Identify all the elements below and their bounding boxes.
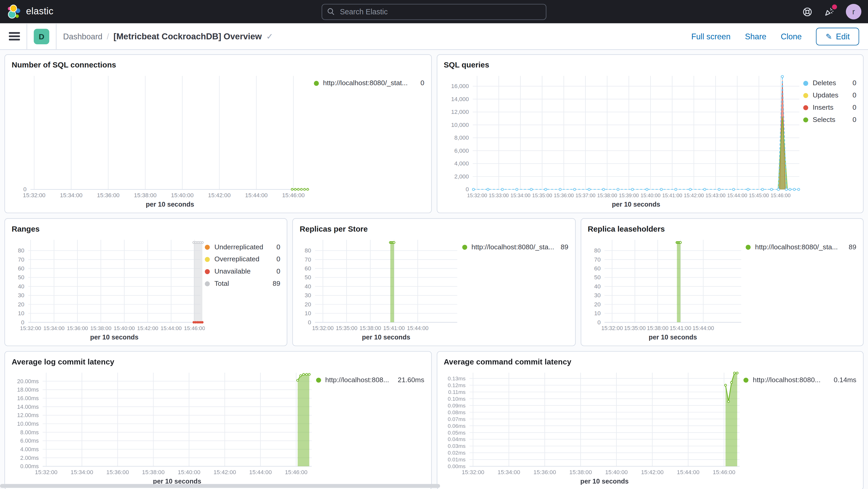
pencil-icon: ✎ <box>826 32 832 41</box>
app-window: elastic <box>0 0 868 489</box>
svg-text:15:36:00: 15:36:00 <box>533 469 556 476</box>
svg-text:0.10ms: 0.10ms <box>447 396 465 402</box>
elastic-logo[interactable]: elastic <box>7 4 54 19</box>
clone-button[interactable]: Clone <box>781 32 802 41</box>
legend-item[interactable]: Total89 <box>205 279 280 287</box>
svg-text:15:44:00: 15:44:00 <box>407 325 429 331</box>
breadcrumb-separator: / <box>107 32 109 41</box>
panel-title: Average command commit latency <box>444 356 857 368</box>
svg-text:60: 60 <box>594 265 600 272</box>
svg-text:15:32:00: 15:32:00 <box>35 469 58 476</box>
user-avatar[interactable]: r <box>846 4 862 20</box>
legend-series-dot <box>205 269 210 274</box>
svg-text:15:41:00: 15:41:00 <box>383 325 405 331</box>
svg-text:0.09ms: 0.09ms <box>447 402 465 408</box>
dashboard-app-badge[interactable]: D <box>34 28 50 44</box>
legend-item[interactable]: Updates0 <box>803 91 856 99</box>
chart-replica-leaseholders[interactable]: 15:32:0015:35:0015:38:0015:41:0015:44:00… <box>588 235 746 342</box>
legend-series-value: 89 <box>849 243 857 251</box>
chart-replicas-per-store[interactable]: 15:32:0015:35:0015:38:0015:41:0015:44:00… <box>300 235 462 342</box>
svg-text:15:43:00: 15:43:00 <box>705 192 725 198</box>
legend-item[interactable]: http://localhost:8080/_sta...89 <box>462 243 568 251</box>
svg-text:4,000: 4,000 <box>454 160 469 167</box>
edit-button-label: Edit <box>836 32 850 41</box>
legend-series-dot <box>462 244 467 249</box>
svg-text:per 10 seconds: per 10 seconds <box>90 333 138 341</box>
panel-title: Ranges <box>12 223 280 236</box>
chart-sql-queries[interactable]: 15:32:0015:33:0015:34:0015:35:0015:36:00… <box>444 71 803 209</box>
legend-series-dot <box>314 81 318 86</box>
svg-text:6.00ms: 6.00ms <box>20 437 39 444</box>
svg-text:80: 80 <box>305 247 311 254</box>
share-button[interactable]: Share <box>745 32 766 41</box>
legend-item[interactable]: Deletes0 <box>803 79 856 87</box>
svg-text:15:35:00: 15:35:00 <box>532 192 552 198</box>
svg-text:50: 50 <box>18 274 25 281</box>
svg-text:16,000: 16,000 <box>451 83 468 89</box>
svg-text:15:45:00: 15:45:00 <box>749 192 769 198</box>
svg-text:12.00ms: 12.00ms <box>17 412 39 419</box>
elastic-logo-icon <box>7 4 22 19</box>
svg-text:0.11ms: 0.11ms <box>448 389 465 395</box>
panel-replica-leaseholders: Replica leaseholders 15:32:0015:35:0015:… <box>581 218 864 346</box>
legend-series-dot <box>205 244 210 249</box>
svg-text:15:34:00: 15:34:00 <box>497 469 520 476</box>
svg-text:30: 30 <box>594 292 600 299</box>
svg-text:6,000: 6,000 <box>454 148 469 154</box>
legend-series-label: http://localhost:808... <box>325 376 389 384</box>
chart-legend: http://localhost:8080...0.14ms <box>744 368 857 486</box>
svg-text:10,000: 10,000 <box>451 122 468 128</box>
legend-series-label: Underreplicated <box>214 243 263 251</box>
panel-title: Replicas per Store <box>300 223 568 236</box>
svg-text:12,000: 12,000 <box>451 109 468 115</box>
chart-ranges[interactable]: 15:32:0015:34:0015:36:0015:38:0015:40:00… <box>12 235 205 342</box>
svg-text:0: 0 <box>24 186 27 192</box>
check-icon[interactable]: ✓ <box>266 31 273 41</box>
legend-item[interactable]: Selects0 <box>803 116 856 123</box>
chart-number-of-sql-connections[interactable]: 15:32:0015:34:0015:36:0015:38:0015:40:00… <box>12 71 314 209</box>
panel-title: SQL queries <box>444 59 857 71</box>
svg-text:15:42:00: 15:42:00 <box>208 192 231 198</box>
legend-series-label: Overreplicated <box>214 255 259 263</box>
legend-item[interactable]: http://localhost:8080/_sta...89 <box>746 243 856 251</box>
chart-legend: http://localhost:8080/_sta...89 <box>746 235 856 342</box>
svg-text:15:41:00: 15:41:00 <box>670 325 691 331</box>
svg-text:0: 0 <box>597 319 600 326</box>
svg-text:16.00ms: 16.00ms <box>17 395 39 401</box>
svg-text:15:42:00: 15:42:00 <box>684 192 704 198</box>
svg-text:15:32:00: 15:32:00 <box>601 325 623 331</box>
svg-text:15:35:00: 15:35:00 <box>336 325 358 331</box>
legend-item[interactable]: http://localhost:8080/_stat...0 <box>314 79 424 87</box>
svg-text:10.00ms: 10.00ms <box>17 421 39 427</box>
svg-text:15:36:00: 15:36:00 <box>97 192 120 198</box>
svg-text:70: 70 <box>594 256 600 263</box>
legend-item[interactable]: Inserts0 <box>803 103 856 111</box>
svg-text:10: 10 <box>594 310 600 316</box>
edit-button[interactable]: ✎ Edit <box>816 27 859 45</box>
global-search[interactable] <box>322 4 546 20</box>
menu-button[interactable] <box>9 32 20 40</box>
breadcrumb-dashboard-link[interactable]: Dashboard <box>63 32 102 41</box>
svg-text:per 10 seconds: per 10 seconds <box>580 478 628 485</box>
svg-text:15:34:00: 15:34:00 <box>510 192 530 198</box>
svg-text:15:35:00: 15:35:00 <box>624 325 646 331</box>
legend-item[interactable]: http://localhost:8080...0.14ms <box>744 376 857 384</box>
chart-average-log-commit-latency[interactable]: 15:32:0015:34:0015:36:0015:38:0015:40:00… <box>12 368 316 486</box>
svg-text:15:38:00: 15:38:00 <box>360 325 381 331</box>
legend-series-dot <box>803 105 808 110</box>
full-screen-button[interactable]: Full screen <box>691 32 731 41</box>
legend-series-dot <box>803 117 808 122</box>
horizontal-scrollbar-thumb[interactable] <box>0 484 440 488</box>
whats-new-button[interactable] <box>824 6 835 17</box>
svg-text:2.00ms: 2.00ms <box>20 455 39 461</box>
search-input[interactable] <box>339 7 541 17</box>
legend-item[interactable]: Overreplicated0 <box>205 255 280 263</box>
legend-item[interactable]: Unavailable0 <box>205 268 280 275</box>
legend-series-dot <box>803 81 808 86</box>
chart-average-command-commit-latency[interactable]: 15:32:0015:34:0015:36:0015:38:0015:40:00… <box>444 368 744 486</box>
legend-item[interactable]: http://localhost:808...21.60ms <box>316 376 425 384</box>
legend-item[interactable]: Underreplicated0 <box>205 243 280 251</box>
help-button[interactable] <box>802 6 813 17</box>
svg-text:0.01ms: 0.01ms <box>447 456 465 462</box>
svg-text:15:38:00: 15:38:00 <box>142 469 164 476</box>
